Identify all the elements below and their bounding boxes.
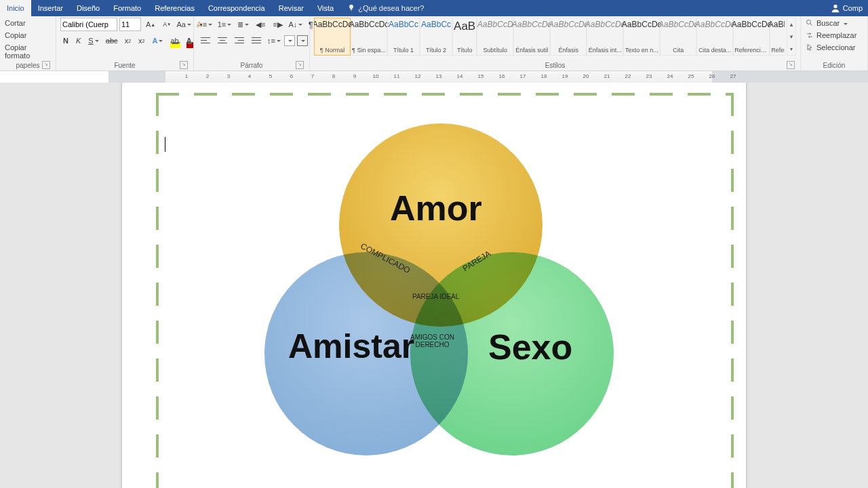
tab-inicio[interactable]: Inicio: [0, 0, 31, 16]
styles-gallery[interactable]: AaBbCcDc¶ NormalAaBbCcDc¶ Sin espa...AaB…: [314, 18, 785, 56]
dialog-launcher-icon[interactable]: ↘: [42, 61, 50, 69]
tell-me-label: ¿Qué desea hacer?: [358, 4, 424, 12]
group-editing: Buscar Reemplazar Seleccionar Edición: [801, 16, 868, 70]
account-label: Comp: [843, 4, 863, 12]
change-case-button[interactable]: Aa: [176, 18, 192, 31]
style-item[interactable]: AaBbCcDcÉnfasis: [550, 18, 587, 56]
sort-button[interactable]: A↓: [288, 18, 304, 31]
style-item[interactable]: AaBbCcDc¶ Sin espa...: [351, 18, 387, 56]
shading-button[interactable]: [284, 35, 295, 46]
style-item[interactable]: AaBbCcDc¶ Normal: [314, 18, 351, 56]
style-item[interactable]: AaBbCcDcTexto en n...: [623, 18, 660, 56]
tab-formato[interactable]: Formato: [106, 0, 148, 16]
superscript-button[interactable]: x2: [136, 34, 147, 47]
style-item[interactable]: AaBbCcDcCita desta...: [696, 18, 733, 56]
bold-button[interactable]: N: [60, 34, 71, 47]
strikethrough-button[interactable]: abc: [104, 34, 120, 47]
svg-point-0: [833, 5, 837, 8]
group-font: A▲ A▼ Aa A̷ N K S abc x2 x2 A ab A Fuent…: [56, 16, 194, 70]
spacer: [431, 0, 825, 16]
style-item[interactable]: AaBbCcDcReferencia...: [733, 18, 770, 56]
select-button[interactable]: Seleccionar: [805, 42, 863, 53]
group-label-clipboard: papeles↘: [4, 62, 52, 70]
user-icon: [831, 3, 840, 13]
tab-revisar[interactable]: Revisar: [272, 0, 311, 16]
dialog-launcher-icon[interactable]: ↘: [296, 61, 304, 69]
multilevel-list-button[interactable]: ≣: [235, 18, 251, 31]
document-page[interactable]: Amor Amistar Sexo COMPLICADO PAREJA PARE…: [122, 83, 746, 488]
dialog-launcher-icon[interactable]: ↘: [180, 61, 188, 69]
numbering-button[interactable]: 1≡: [216, 18, 233, 31]
venn-label-amigos: AMIGOS CONDERECHO: [410, 333, 454, 348]
font-color-button[interactable]: A: [184, 34, 195, 47]
decrease-indent-button[interactable]: ◀≡: [253, 18, 268, 31]
borders-button[interactable]: [297, 35, 308, 46]
style-item[interactable]: AaBbCcTítulo 2: [420, 18, 452, 56]
font-size-select[interactable]: [119, 18, 141, 31]
venn-diagram[interactable]: Amor Amistar Sexo COMPLICADO PAREJA PARE…: [264, 123, 604, 488]
style-item[interactable]: AaBTítulo: [452, 18, 477, 56]
replace-button[interactable]: Reemplazar: [805, 30, 863, 41]
group-paragraph: •≡ 1≡ ≣ ◀≡ ≡▶ A↓ ¶ ↕≡ Párrafo↘: [194, 16, 310, 70]
text-cursor: [165, 137, 165, 152]
lightbulb-icon: [347, 4, 355, 12]
svg-point-1: [807, 20, 811, 24]
venn-label-amor: Amor: [390, 188, 482, 228]
cut-button[interactable]: Cortar: [4, 18, 52, 28]
text-effects-button[interactable]: A: [149, 34, 165, 47]
group-styles: AaBbCcDc¶ NormalAaBbCcDc¶ Sin espa...AaB…: [310, 16, 801, 70]
style-item[interactable]: AaBbCcDcReferencia...: [770, 18, 785, 56]
venn-label-sexo: Sexo: [488, 327, 572, 367]
align-left-button[interactable]: [198, 34, 213, 47]
group-label-font: Fuente↘: [60, 62, 189, 70]
bullets-button[interactable]: •≡: [198, 18, 214, 31]
group-label-paragraph: Párrafo↘: [198, 62, 305, 70]
align-center-button[interactable]: [215, 34, 230, 47]
justify-button[interactable]: [249, 34, 264, 47]
tell-me-search[interactable]: ¿Qué desea hacer?: [340, 0, 431, 16]
replace-icon: [806, 31, 814, 39]
venn-label-amistar: Amistar: [288, 327, 414, 366]
highlight-button[interactable]: ab: [167, 34, 181, 47]
cursor-icon: [806, 43, 814, 52]
group-label-styles: Estilos↘: [314, 62, 796, 70]
tab-vista[interactable]: Vista: [311, 0, 340, 16]
svg-line-2: [810, 24, 812, 26]
account-button[interactable]: Comp: [825, 0, 868, 16]
copy-button[interactable]: Copiar: [4, 30, 52, 41]
search-icon: [806, 19, 814, 27]
ribbon-tabs: Inicio Insertar Diseño Formato Referenci…: [0, 0, 868, 16]
ribbon: Cortar Copiar Copiar formato papeles↘ A▲…: [0, 16, 868, 71]
grow-font-button[interactable]: A▲: [143, 18, 158, 31]
format-painter-button[interactable]: Copiar formato: [4, 42, 52, 61]
dialog-launcher-icon[interactable]: ↘: [787, 61, 795, 69]
find-button[interactable]: Buscar: [805, 18, 863, 28]
increase-indent-button[interactable]: ≡▶: [270, 18, 285, 31]
underline-button[interactable]: S: [85, 34, 101, 47]
tab-diseno[interactable]: Diseño: [70, 0, 106, 16]
style-item[interactable]: AaBbCcDcCita: [660, 18, 696, 56]
shrink-font-button[interactable]: A▼: [160, 18, 174, 31]
style-item[interactable]: AaBbCcDcÉnfasis int...: [587, 18, 623, 56]
group-clipboard: Cortar Copiar Copiar formato papeles↘: [0, 16, 56, 70]
align-right-button[interactable]: [232, 34, 247, 47]
styles-gallery-more[interactable]: ▲▼▾: [787, 18, 796, 56]
tab-correspondencia[interactable]: Correspondencia: [201, 0, 272, 16]
style-item[interactable]: AaBbCcTítulo 1: [387, 18, 420, 56]
group-label-editing: Edición: [805, 62, 863, 70]
font-name-select[interactable]: [60, 18, 117, 31]
subscript-button[interactable]: x2: [122, 34, 134, 47]
workspace[interactable]: Amor Amistar Sexo COMPLICADO PAREJA PARE…: [0, 83, 868, 488]
italic-button[interactable]: K: [73, 34, 83, 47]
style-item[interactable]: AaBbCcDcÉnfasis sutil: [513, 18, 550, 56]
tab-referencias[interactable]: Referencias: [148, 0, 201, 16]
style-item[interactable]: AaBbCcDSubtítulo: [477, 18, 513, 56]
tab-insertar[interactable]: Insertar: [31, 0, 70, 16]
venn-label-ideal: PAREJA IDEAL: [412, 293, 459, 300]
line-spacing-button[interactable]: ↕≡: [266, 34, 282, 47]
